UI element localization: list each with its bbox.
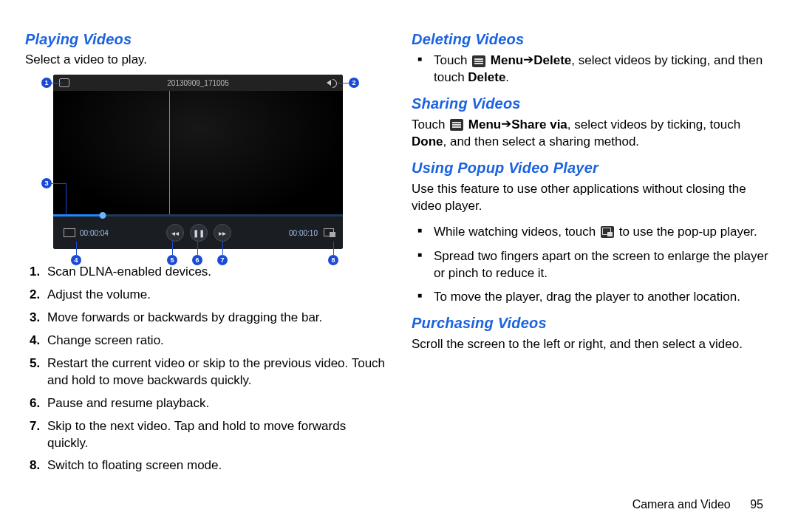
video-player-figure: 20130909_171005 00:00:04 ◂◂ ❚❚ ▸▸ bbox=[41, 75, 359, 249]
pause-button-icon: ❚❚ bbox=[190, 224, 208, 242]
list-item: 7.Skip to the next video. Tap and hold t… bbox=[25, 418, 386, 452]
list-item: 3.Move forwards or backwards by dragging… bbox=[25, 310, 386, 327]
popup-bullet-1: While watching videos, touch to use the … bbox=[412, 224, 773, 241]
popup-bullet-2: Spread two fingers apart on the screen t… bbox=[412, 248, 773, 282]
intro-text: Select a video to play. bbox=[25, 52, 386, 67]
heading-popup-player: Using Popup Video Player bbox=[412, 160, 773, 177]
footer-page: 95 bbox=[750, 498, 763, 511]
list-item: 2.Adjust the volume. bbox=[25, 287, 386, 304]
volume-icon bbox=[327, 78, 337, 87]
next-button-icon: ▸▸ bbox=[214, 224, 231, 242]
heading-playing-videos: Playing Videos bbox=[25, 31, 386, 48]
callout-1: 1 bbox=[41, 78, 52, 88]
heading-sharing-videos: Sharing Videos bbox=[412, 95, 773, 112]
popup-icon bbox=[601, 226, 614, 238]
list-item: 8.Switch to floating screen mode. bbox=[25, 457, 386, 474]
seek-bar bbox=[53, 214, 343, 216]
time-total: 00:00:10 bbox=[289, 229, 318, 237]
purchase-text: Scroll the screen to the left or right, … bbox=[412, 336, 773, 353]
menu-icon bbox=[450, 119, 463, 131]
video-player: 20130909_171005 00:00:04 ◂◂ ❚❚ ▸▸ bbox=[53, 75, 343, 249]
page-footer: Camera and Video 95 bbox=[632, 498, 763, 511]
footer-section: Camera and Video bbox=[632, 498, 731, 511]
heading-purchasing-videos: Purchasing Videos bbox=[412, 315, 773, 332]
callout-list: 1.Scan DLNA-enabled devices. 2.Adjust th… bbox=[25, 264, 386, 474]
left-column: Playing Videos Select a video to play. 2… bbox=[25, 30, 386, 480]
video-title: 20130909_171005 bbox=[167, 79, 228, 87]
callout-2: 2 bbox=[349, 78, 359, 88]
list-item: 5.Restart the current video or skip to t… bbox=[25, 355, 386, 389]
callout-3: 3 bbox=[41, 178, 52, 188]
popup-bullet-3: To move the player, drag the player to a… bbox=[412, 289, 773, 306]
time-current: 00:00:04 bbox=[80, 229, 109, 237]
share-instruction: Touch Menu ➔ Share via, select videos by… bbox=[412, 117, 773, 151]
list-item: 4.Change screen ratio. bbox=[25, 332, 386, 349]
menu-icon bbox=[472, 55, 485, 67]
popup-intro: Use this feature to use other applicatio… bbox=[412, 181, 773, 215]
floating-mode-icon bbox=[324, 228, 335, 237]
delete-instruction: Touch Menu ➔ Delete, select videos by ti… bbox=[412, 52, 773, 86]
prev-button-icon: ◂◂ bbox=[166, 224, 184, 242]
right-column: Deleting Videos Touch Menu ➔ Delete, sel… bbox=[412, 30, 773, 480]
screen-ratio-icon bbox=[64, 228, 75, 237]
list-item: 6.Pause and resume playback. bbox=[25, 395, 386, 412]
list-item: 1.Scan DLNA-enabled devices. bbox=[25, 264, 386, 281]
heading-deleting-videos: Deleting Videos bbox=[412, 31, 773, 48]
